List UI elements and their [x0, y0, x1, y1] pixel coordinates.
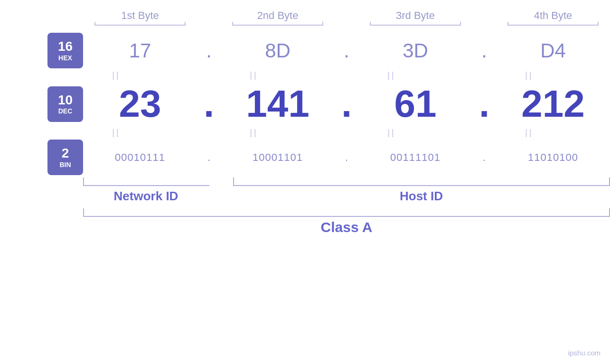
hex-byte-3: 3D: [358, 39, 472, 62]
dec-dot-2: .: [335, 82, 358, 126]
hex-dot-3: .: [472, 39, 496, 62]
byte-header-4: 4th Byte: [496, 9, 610, 26]
byte-header-1: 1st Byte: [83, 9, 197, 26]
hex-dot-1: .: [197, 39, 221, 62]
main-container: 1st Byte 2nd Byte 3rd Byte 4th Byte: [0, 0, 610, 364]
hex-byte-4: D4: [496, 39, 610, 62]
watermark: ipshu.com: [568, 349, 601, 357]
class-label: Class A: [83, 219, 610, 235]
dec-dot-3: .: [472, 82, 496, 126]
equals-row-2: || || || ||: [24, 128, 586, 138]
id-brackets: [47, 177, 610, 186]
hex-row: 16 HEX 17 . 8D . 3D . D4: [47, 33, 610, 68]
bin-dot-3: .: [472, 151, 496, 164]
dec-byte-4: 212: [496, 82, 610, 126]
dec-dot-1: .: [197, 82, 221, 126]
bin-byte-3: 00111101: [358, 151, 472, 164]
hex-dot-2: .: [335, 39, 358, 62]
class-bracket: [83, 208, 610, 217]
hex-badge: 16 HEX: [47, 33, 83, 68]
equals-row-1: || || || ||: [24, 70, 586, 80]
bin-byte-1: 00010111: [83, 151, 197, 164]
bin-dot-2: .: [335, 151, 358, 164]
bin-badge: 2 BIN: [47, 140, 83, 175]
id-labels: Network ID Host ID: [47, 189, 610, 204]
bin-dot-1: .: [197, 151, 221, 164]
hex-byte-2: 8D: [221, 39, 335, 62]
bin-byte-4: 11010100: [496, 151, 610, 164]
dec-byte-1: 23: [83, 82, 197, 126]
class-section: Class A: [47, 208, 610, 235]
dec-byte-3: 61: [358, 82, 472, 126]
hex-byte-1: 17: [83, 39, 197, 62]
network-id-label: Network ID: [83, 189, 209, 204]
byte-header-2: 2nd Byte: [221, 9, 335, 26]
byte-header-3: 3rd Byte: [358, 9, 472, 26]
dec-badge: 10 DEC: [47, 86, 83, 122]
dec-row: 10 DEC 23 . 141 . 61 . 212: [47, 82, 610, 126]
dec-byte-2: 141: [221, 82, 335, 126]
network-id-bracket: [83, 177, 209, 186]
bin-byte-2: 10001101: [221, 151, 335, 164]
host-id-label: Host ID: [233, 189, 610, 204]
bin-row: 2 BIN 00010111 . 10001101 . 00111101 . 1…: [47, 140, 610, 175]
host-id-bracket: [233, 177, 610, 186]
